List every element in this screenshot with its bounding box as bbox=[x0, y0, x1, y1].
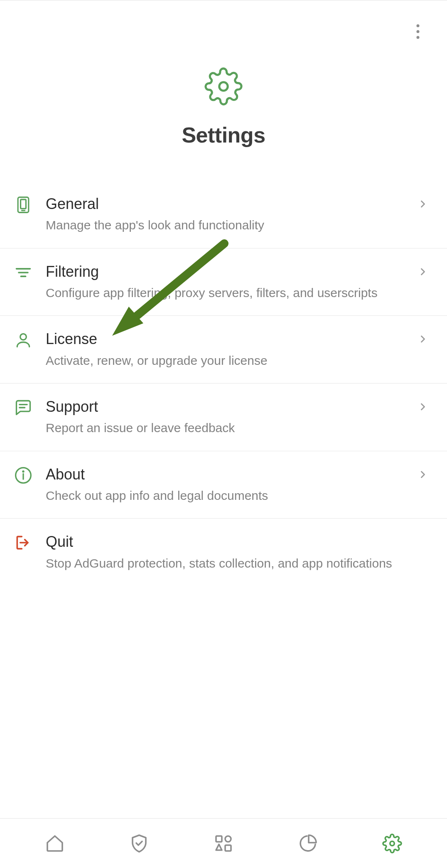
row-text: General Manage the app's look and functi… bbox=[46, 195, 433, 234]
topbar bbox=[0, 0, 447, 50]
row-text: Quit Stop AdGuard protection, stats coll… bbox=[46, 533, 433, 572]
row-title: Support bbox=[46, 398, 408, 416]
svg-point-2 bbox=[417, 36, 420, 39]
svg-point-15 bbox=[23, 471, 24, 472]
chevron-right-icon bbox=[417, 469, 429, 482]
page-header: Settings bbox=[0, 50, 447, 181]
settings-list: General Manage the app's look and functi… bbox=[0, 181, 447, 586]
svg-rect-17 bbox=[216, 836, 222, 842]
row-title: About bbox=[46, 465, 408, 483]
svg-point-0 bbox=[417, 25, 420, 27]
chat-icon bbox=[14, 398, 46, 417]
row-title: Quit bbox=[46, 533, 408, 551]
row-text: About Check out app info and legal docum… bbox=[46, 465, 433, 504]
info-icon bbox=[14, 465, 46, 484]
shield-check-icon bbox=[129, 834, 149, 853]
chevron-right-icon bbox=[417, 198, 429, 211]
nav-settings[interactable] bbox=[376, 827, 409, 860]
pie-chart-icon bbox=[298, 834, 318, 853]
settings-item-filtering[interactable]: Filtering Configure app filtering, proxy… bbox=[0, 248, 447, 316]
chevron-right-icon bbox=[417, 401, 429, 414]
nav-protection[interactable] bbox=[123, 827, 156, 860]
row-text: License Activate, renew, or upgrade your… bbox=[46, 330, 433, 369]
nav-home[interactable] bbox=[38, 827, 71, 860]
row-title: Filtering bbox=[46, 263, 408, 280]
row-text: Filtering Configure app filtering, proxy… bbox=[46, 263, 433, 302]
row-title: License bbox=[46, 330, 408, 348]
gear-icon bbox=[382, 834, 402, 853]
row-title: General bbox=[46, 195, 408, 213]
bottom-nav bbox=[0, 818, 447, 868]
svg-point-10 bbox=[20, 334, 27, 340]
settings-gear-icon bbox=[204, 67, 243, 106]
exit-icon bbox=[14, 533, 46, 552]
svg-point-1 bbox=[417, 30, 420, 33]
svg-marker-19 bbox=[216, 844, 222, 850]
nav-apps[interactable] bbox=[207, 827, 240, 860]
settings-screen: Settings General Manage the app's look a… bbox=[0, 0, 447, 868]
apps-grid-icon bbox=[214, 834, 233, 853]
user-icon bbox=[14, 330, 46, 349]
row-text: Support Report an issue or leave feedbac… bbox=[46, 398, 433, 437]
row-subtitle: Check out app info and legal documents bbox=[46, 487, 408, 504]
svg-rect-20 bbox=[225, 845, 231, 851]
chevron-right-icon bbox=[417, 266, 429, 279]
svg-point-18 bbox=[225, 836, 231, 842]
svg-point-3 bbox=[219, 82, 228, 91]
settings-item-quit[interactable]: Quit Stop AdGuard protection, stats coll… bbox=[0, 519, 447, 586]
row-subtitle: Manage the app's look and functionality bbox=[46, 217, 408, 234]
settings-item-about[interactable]: About Check out app info and legal docum… bbox=[0, 451, 447, 519]
nav-stats[interactable] bbox=[291, 827, 324, 860]
filter-icon bbox=[14, 263, 46, 282]
settings-item-license[interactable]: License Activate, renew, or upgrade your… bbox=[0, 316, 447, 384]
svg-rect-5 bbox=[21, 199, 26, 209]
settings-item-support[interactable]: Support Report an issue or leave feedbac… bbox=[0, 384, 447, 451]
phone-icon bbox=[14, 195, 46, 214]
more-vertical-icon bbox=[416, 24, 420, 39]
home-icon bbox=[45, 834, 65, 853]
svg-point-21 bbox=[390, 841, 394, 845]
settings-item-general[interactable]: General Manage the app's look and functi… bbox=[0, 181, 447, 248]
page-title: Settings bbox=[182, 123, 265, 148]
spacer bbox=[0, 586, 447, 818]
more-menu-button[interactable] bbox=[410, 23, 426, 40]
row-subtitle: Configure app filtering, proxy servers, … bbox=[46, 285, 408, 302]
chevron-right-icon bbox=[417, 333, 429, 347]
row-subtitle: Stop AdGuard protection, stats collectio… bbox=[46, 555, 408, 572]
row-subtitle: Report an issue or leave feedback bbox=[46, 420, 408, 437]
row-subtitle: Activate, renew, or upgrade your license bbox=[46, 352, 408, 369]
